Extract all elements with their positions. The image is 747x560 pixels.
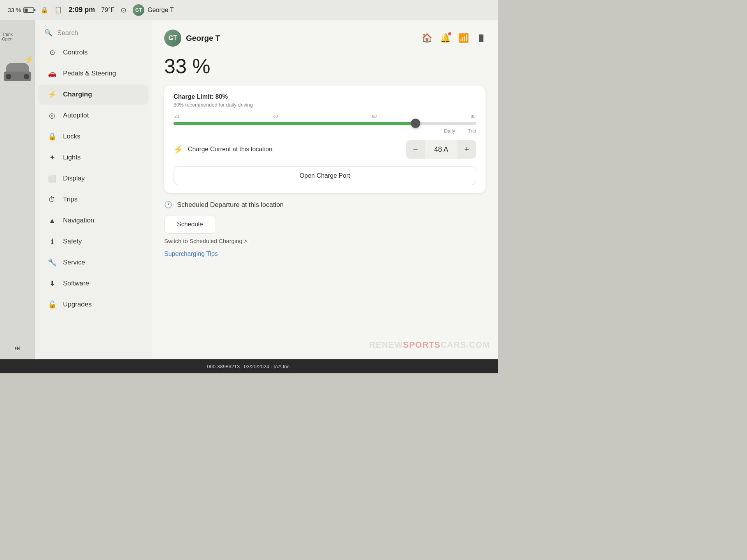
sidebar-label-controls: Controls [63, 49, 88, 56]
battery-icon [23, 7, 34, 13]
charge-current-text: Charge Current at this location [188, 146, 272, 153]
sidebar-label-software: Software [63, 280, 89, 287]
trips-icon: ⏱ [47, 195, 57, 204]
controls-icon: ⊙ [47, 48, 57, 57]
switch-to-scheduled-link[interactable]: Switch to Scheduled Charging > [164, 238, 486, 244]
charge-card: Charge Limit: 80% 80% recommended for da… [164, 86, 486, 193]
locks-icon: 🔒 [47, 132, 57, 141]
schedule-button[interactable]: Schedule [164, 215, 216, 234]
sidebar-item-display[interactable]: ⬜ Display [38, 168, 149, 189]
slider-ticks: 20 40 60 80 [174, 114, 476, 119]
charging-icon: ⚡ [47, 90, 57, 99]
sidebar-item-upgrades[interactable]: 🔓 Upgrades [38, 294, 149, 315]
sidebar-label-service: Service [63, 259, 85, 266]
sidebar-item-charging[interactable]: ⚡ Charging [38, 84, 149, 105]
scheduled-departure-label: Scheduled Departure at this location [177, 201, 284, 209]
supercharging-tips-link[interactable]: Supercharging Tips [164, 250, 486, 257]
sidebar-label-display: Display [63, 175, 85, 182]
main-layout: Trunk Open ⚡ ⏭ 🔍 Search ⊙ Controls 🚗 Ped… [0, 20, 498, 359]
slider-fill [174, 122, 416, 125]
open-charge-port-button[interactable]: Open Charge Port [174, 166, 476, 185]
status-username: George T [147, 7, 174, 14]
upgrades-icon: 🔓 [47, 300, 57, 309]
charge-increase-button[interactable]: + [458, 140, 476, 159]
lock-icon: 🔒 [40, 6, 48, 14]
sidebar-label-safety: Safety [63, 238, 82, 245]
slider-thumb[interactable] [411, 119, 420, 128]
sidebar-item-pedals[interactable]: 🚗 Pedals & Steering [38, 63, 149, 84]
footer-text: 000-38986213 · 03/20/2024 · IAA Inc. [207, 364, 291, 369]
content-avatar: GT [164, 30, 181, 47]
car-visual: ⚡ [4, 51, 31, 98]
scheduled-departure-row: 🕐 Scheduled Departure at this location [164, 201, 486, 209]
left-panel: Trunk Open ⚡ ⏭ [0, 20, 35, 359]
charge-slider-container: 20 40 60 80 Daily Trip [174, 114, 476, 134]
display-icon: ⬜ [47, 174, 57, 183]
pedals-icon: 🚗 [47, 69, 57, 78]
footer: 000-38986213 · 03/20/2024 · IAA Inc. [0, 359, 498, 373]
search-item[interactable]: 🔍 Search [35, 24, 152, 42]
sidebar-item-trips[interactable]: ⏱ Trips [38, 189, 149, 210]
daily-label: Daily [444, 128, 455, 134]
sidebar-label-pedals: Pedals & Steering [63, 70, 116, 77]
charge-current-row: ⚡ Charge Current at this location − 48 A… [174, 140, 476, 159]
play-icon[interactable]: ⏭ [14, 345, 21, 352]
status-user[interactable]: GT George T [133, 4, 174, 16]
sidebar-item-locks[interactable]: 🔒 Locks [38, 126, 149, 147]
sidebar-item-navigation[interactable]: ▲ Navigation [38, 210, 149, 231]
sidebar-label-lights: Lights [63, 154, 81, 161]
sidebar-label-upgrades: Upgrades [63, 301, 92, 308]
tick-60: 60 [372, 114, 377, 119]
content-area: GT George T 🏠 🔔 📶 ▐▌ 33 % Charge Limit: … [152, 20, 498, 359]
sidebar-item-lights[interactable]: ✦ Lights [38, 147, 149, 168]
battery-status: 33 % [8, 7, 34, 13]
bell-icon[interactable]: 🔔 [440, 33, 451, 43]
lights-icon: ✦ [47, 153, 57, 162]
temp-display: 79°F [101, 7, 114, 14]
car-wheel-fl [6, 74, 11, 79]
slider-labels: Daily Trip [174, 128, 476, 134]
sidebar-item-software[interactable]: ⬇ Software [38, 273, 149, 294]
sidebar-item-autopilot[interactable]: ◎ Autopilot [38, 105, 149, 126]
car-wheel-fr [24, 74, 29, 79]
search-label: Search [57, 29, 78, 37]
status-bar: 33 % 🔒 📋 2:09 pm 79°F ⊙ GT George T [0, 0, 498, 20]
header-icons: 🏠 🔔 📶 ▐▌ [422, 33, 486, 43]
content-header: GT George T 🏠 🔔 📶 ▐▌ [164, 30, 486, 47]
charge-decrease-button[interactable]: − [406, 140, 425, 159]
charge-current-value: 48 A [425, 145, 458, 154]
file-icon: 📋 [54, 6, 62, 14]
charge-limit-sublabel: 80% recommended for daily driving [174, 102, 476, 108]
sidebar-label-locks: Locks [63, 133, 80, 140]
car-bottom [4, 72, 31, 81]
sidebar-label-navigation: Navigation [63, 217, 94, 224]
charge-current-control: − 48 A + [406, 140, 476, 159]
sidebar-label-autopilot: Autopilot [63, 112, 89, 119]
charge-slider-track[interactable] [174, 122, 476, 125]
sidebar-label-charging: Charging [63, 91, 92, 98]
charge-plug-icon: ⚡ [174, 145, 183, 154]
wifi-icon[interactable]: 📶 [458, 33, 469, 43]
safety-icon: ℹ [47, 237, 57, 246]
software-icon: ⬇ [47, 279, 57, 288]
charge-limit-label: Charge Limit: 80% [174, 93, 476, 100]
settings-icon[interactable]: ⊙ [121, 6, 126, 14]
sidebar-item-safety[interactable]: ℹ Safety [38, 231, 149, 252]
battery-percentage-display: 33 % [164, 54, 486, 78]
tick-80: 80 [471, 114, 475, 119]
sidebar-item-controls[interactable]: ⊙ Controls [38, 42, 149, 63]
sidebar-item-service[interactable]: 🔧 Service [38, 252, 149, 273]
tick-40: 40 [273, 114, 278, 119]
time-display: 2:09 pm [68, 6, 95, 14]
trunk-label: Trunk Open [2, 32, 13, 41]
home-icon[interactable]: 🏠 [422, 33, 432, 43]
charge-current-label: ⚡ Charge Current at this location [174, 145, 272, 154]
signal-icon[interactable]: ▐▌ [477, 35, 486, 42]
navigation-icon: ▲ [47, 216, 57, 225]
charging-bolt-icon: ⚡ [25, 55, 33, 64]
autopilot-icon: ◎ [47, 111, 57, 120]
sidebar: 🔍 Search ⊙ Controls 🚗 Pedals & Steering … [35, 20, 152, 359]
tick-20: 20 [174, 114, 179, 119]
content-username: George T [186, 34, 220, 43]
notification-dot [448, 32, 451, 35]
